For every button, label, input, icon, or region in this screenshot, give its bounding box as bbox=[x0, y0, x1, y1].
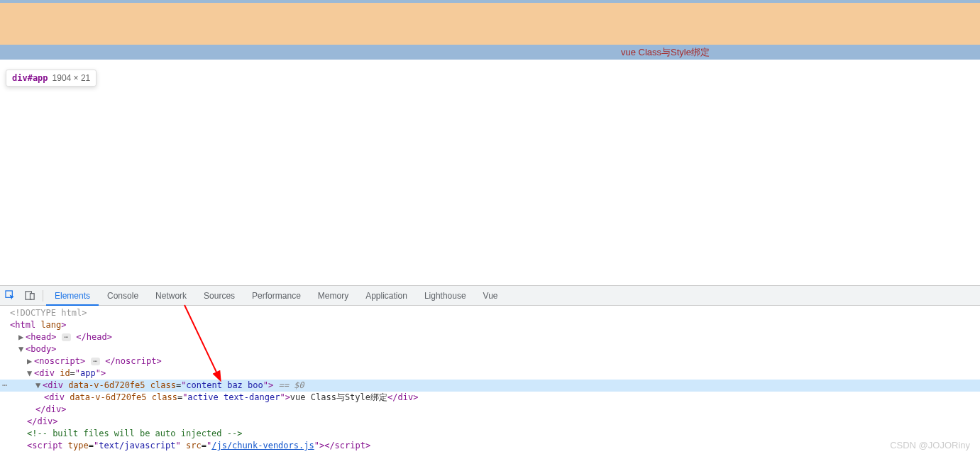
dom-body-open[interactable]: ▼<body> bbox=[0, 343, 980, 355]
element-inspector-tooltip: div#app 1904 × 21 bbox=[6, 70, 97, 87]
elements-tree[interactable]: <!DOCTYPE html> <html lang> ▶<head> ⋯ </… bbox=[0, 306, 980, 459]
tab-vue[interactable]: Vue bbox=[475, 286, 507, 306]
dom-script[interactable]: <script type="text/javascript" src="/js/… bbox=[0, 440, 980, 452]
svg-rect-3 bbox=[30, 294, 34, 299]
tab-lighthouse[interactable]: Lighthouse bbox=[416, 286, 475, 306]
dom-comment[interactable]: <!-- built files will be auto injected -… bbox=[0, 428, 980, 440]
tab-performance[interactable]: Performance bbox=[243, 286, 309, 306]
dom-close-div2[interactable]: </div> bbox=[0, 416, 980, 428]
blue-banner: vue Class与Style绑定 bbox=[0, 45, 980, 60]
tooltip-selector: div#app bbox=[12, 73, 48, 83]
dom-head[interactable]: ▶<head> ⋯ </head> bbox=[0, 331, 980, 343]
tab-network[interactable]: Network bbox=[147, 286, 195, 306]
dom-close-div1[interactable]: </div> bbox=[0, 404, 980, 416]
dom-doctype[interactable]: <!DOCTYPE html> bbox=[0, 307, 980, 319]
watermark: CSDN @JOJORiny bbox=[890, 440, 970, 450]
rendered-page: vue Class与Style绑定 bbox=[0, 0, 980, 60]
dom-div-app[interactable]: ▼<div id="app"> bbox=[0, 367, 980, 380]
tab-memory[interactable]: Memory bbox=[309, 286, 357, 306]
inspect-element-icon[interactable] bbox=[0, 286, 20, 306]
tab-divider bbox=[43, 290, 43, 302]
tab-elements[interactable]: Elements bbox=[46, 286, 99, 306]
tab-sources[interactable]: Sources bbox=[195, 286, 243, 306]
banner-text: vue Class与Style绑定 bbox=[621, 46, 710, 59]
dom-div-content-selected[interactable]: ▼<div data-v-6d720fe5 class="content baz… bbox=[0, 380, 980, 392]
tab-application[interactable]: Application bbox=[357, 286, 416, 306]
dom-noscript[interactable]: ▶<noscript> ⋯ </noscript> bbox=[0, 355, 980, 367]
devtools-tabbar: Elements Console Network Sources Perform… bbox=[0, 286, 980, 306]
tab-console[interactable]: Console bbox=[99, 286, 147, 306]
orange-banner bbox=[0, 0, 980, 45]
dom-html-open[interactable]: <html lang> bbox=[0, 319, 980, 331]
device-toolbar-icon[interactable] bbox=[20, 286, 40, 306]
dom-div-inner[interactable]: <div data-v-6d720fe5 class="active text-… bbox=[0, 392, 980, 404]
devtools-panel: Elements Console Network Sources Perform… bbox=[0, 285, 980, 459]
tooltip-dimensions: 1904 × 21 bbox=[53, 73, 91, 83]
